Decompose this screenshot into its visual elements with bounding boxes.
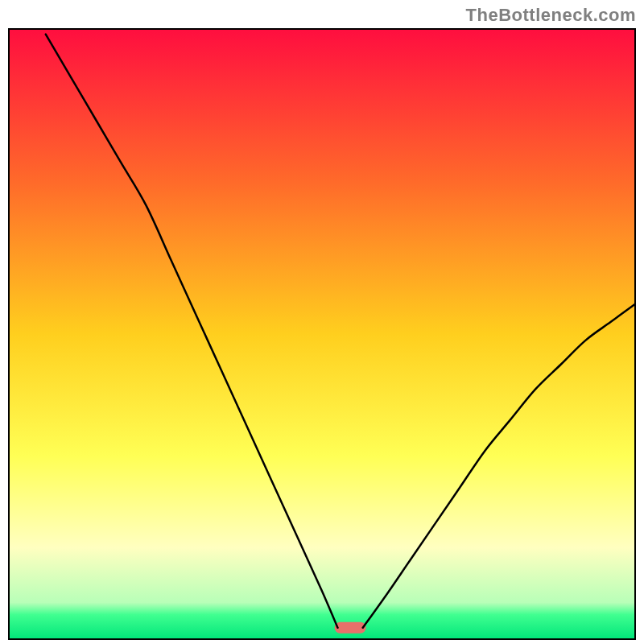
bottleneck-chart (8, 28, 636, 640)
bottleneck-marker (335, 622, 366, 634)
plot-background (9, 29, 635, 639)
watermark: TheBottleneck.com (466, 5, 636, 26)
chart-container: TheBottleneck.com (0, 0, 644, 644)
